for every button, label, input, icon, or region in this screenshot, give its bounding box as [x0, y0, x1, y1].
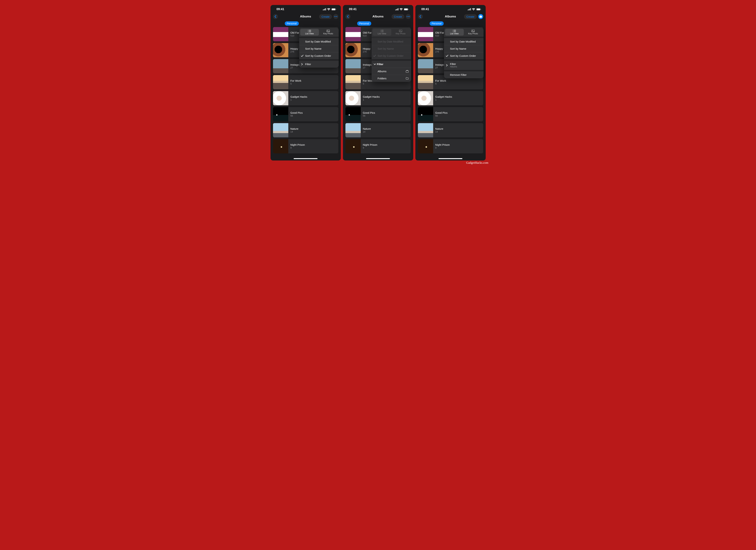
back-button[interactable]	[273, 14, 278, 19]
album-name: Night Prison	[435, 143, 450, 147]
album-row[interactable]: Nature14	[345, 123, 411, 137]
more-button[interactable]	[478, 14, 483, 19]
album-row[interactable]: Nature14	[418, 123, 483, 137]
album-count: 5	[435, 82, 446, 85]
album-name: Good Pics	[435, 111, 448, 115]
list-view-toggle[interactable]: List View	[300, 29, 319, 36]
album-count: 276	[363, 50, 371, 53]
sort-custom-order[interactable]: Sort by Custom Order	[444, 52, 484, 59]
back-button[interactable]	[345, 14, 350, 19]
check-icon	[446, 55, 448, 57]
create-button[interactable]: Create	[464, 14, 477, 19]
wifi-icon	[327, 8, 330, 10]
album-row[interactable]: Nature14	[273, 123, 338, 137]
album-count: 14	[435, 130, 443, 133]
album-name: Gadget Hacks	[435, 95, 452, 99]
album-count: 276	[435, 50, 443, 53]
list-icon	[380, 30, 384, 32]
album-row[interactable]: Night Prison9	[345, 139, 411, 153]
album-row[interactable]: For Work5	[273, 75, 338, 89]
filter-label: Filter	[450, 62, 456, 65]
back-button[interactable]	[418, 14, 423, 19]
album-thumb	[345, 91, 361, 105]
status-time: 09:41	[421, 7, 429, 11]
album-row[interactable]: Night Prison9	[418, 139, 483, 153]
svg-rect-12	[398, 8, 398, 10]
photo-icon	[327, 30, 330, 32]
album-row[interactable]: Good Pics56	[418, 107, 483, 121]
create-button[interactable]: Create	[319, 14, 332, 19]
album-name: For Work	[435, 79, 446, 83]
album-row[interactable]: Gadget Hacks1	[273, 91, 338, 105]
nav-header: Albums Create	[271, 12, 341, 21]
key-photo-toggle[interactable]: Key Photo	[319, 29, 338, 36]
list-view-toggle[interactable]: List View	[373, 29, 391, 36]
view-mode-toggle: List View Key Photo	[444, 28, 484, 37]
tab-personal[interactable]: Personal	[285, 21, 299, 26]
sort-date-modified[interactable]: Sort by Date Modified	[372, 38, 411, 45]
sort-name[interactable]: Sort by Name	[444, 45, 484, 52]
key-photo-toggle[interactable]: Key Photo	[391, 29, 410, 36]
list-view-toggle[interactable]: List View	[445, 29, 464, 36]
home-indicator[interactable]	[366, 158, 390, 159]
svg-rect-5	[332, 9, 335, 10]
sort-date-modified[interactable]: Sort by Date Modified	[299, 38, 339, 45]
filter-menu[interactable]: Filter Albums	[444, 61, 484, 70]
filter-menu[interactable]: Filter	[372, 61, 411, 68]
svg-rect-27	[480, 15, 482, 16]
sort-custom-order[interactable]: Sort by Custom Order	[299, 52, 339, 59]
phone-screenshot-1: 09:41 Albums Create Personal Old Family …	[271, 5, 341, 160]
view-options-popover: List View Key Photo Sort by Date Modifie…	[372, 28, 411, 82]
album-thumb	[418, 91, 433, 105]
status-icons	[323, 8, 336, 10]
status-time: 09:41	[349, 7, 357, 11]
sort-custom-order[interactable]: Sort by Custom Order	[372, 52, 411, 59]
svg-rect-10	[396, 9, 397, 10]
album-row[interactable]: Gadget Hacks1	[418, 91, 483, 105]
svg-rect-11	[397, 9, 398, 10]
nav-header: Albums Create	[415, 12, 486, 21]
list-view-label: List View	[378, 32, 386, 35]
album-count: 56	[363, 114, 375, 117]
album-count: 9	[363, 146, 377, 149]
home-indicator[interactable]	[294, 158, 317, 159]
wifi-icon	[400, 8, 403, 10]
sort-name[interactable]: Sort by Name	[372, 45, 411, 52]
filter-menu[interactable]: Filter	[299, 61, 339, 68]
tab-personal[interactable]: Personal	[357, 21, 371, 26]
svg-rect-26	[481, 9, 481, 10]
battery-icon	[404, 8, 409, 10]
list-view-label: List View	[305, 32, 314, 35]
tab-personal[interactable]: Personal	[430, 21, 444, 26]
svg-rect-19	[406, 71, 408, 72]
album-thumb	[273, 107, 288, 121]
status-bar: 09:41	[271, 5, 341, 12]
status-icons	[468, 8, 481, 10]
album-count: 14	[363, 130, 371, 133]
status-bar: 09:41	[343, 5, 413, 12]
album-row[interactable]: Good Pics56	[273, 107, 338, 121]
more-button[interactable]	[333, 14, 338, 19]
svg-rect-28	[479, 16, 482, 18]
album-row[interactable]: Good Pics56	[345, 107, 411, 121]
album-thumb	[345, 123, 361, 137]
album-name: Good Pics	[290, 111, 303, 115]
filter-albums[interactable]: Albums	[372, 68, 411, 75]
sort-date-modified[interactable]: Sort by Date Modified	[444, 38, 484, 45]
home-indicator[interactable]	[439, 158, 462, 159]
album-thumb	[345, 27, 361, 41]
list-view-label: List View	[450, 32, 459, 35]
sort-name[interactable]: Sort by Name	[299, 45, 339, 52]
album-thumb	[418, 43, 433, 57]
filter-folders[interactable]: Folders	[372, 75, 411, 82]
create-button[interactable]: Create	[392, 14, 404, 19]
more-button[interactable]	[406, 14, 411, 19]
remove-filter[interactable]: Remove Filter	[444, 71, 484, 78]
album-row[interactable]: Night Prison9	[273, 139, 338, 153]
album-row[interactable]: Gadget Hacks1	[345, 91, 411, 105]
album-name: Gadget Hacks	[363, 95, 380, 99]
svg-rect-6	[336, 9, 336, 10]
key-photo-toggle[interactable]: Key Photo	[464, 29, 482, 36]
check-icon	[301, 55, 303, 57]
album-thumb	[418, 123, 433, 137]
